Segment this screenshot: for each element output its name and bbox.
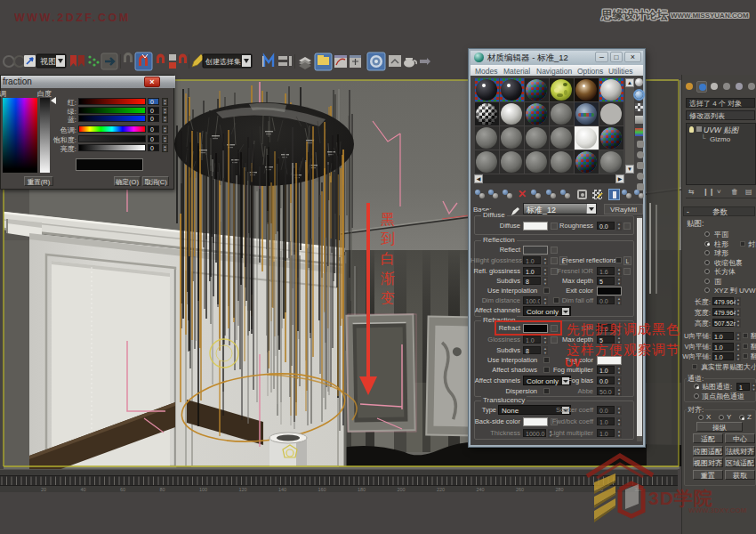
svg-text:创建选择集: 创建选择集 — [205, 58, 241, 66]
svg-text:视图: 视图 — [40, 57, 56, 66]
